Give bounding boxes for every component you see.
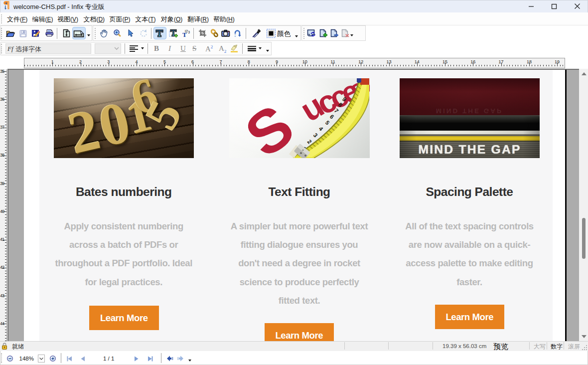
svg-text:3: 3 bbox=[312, 132, 319, 138]
svg-text:5: 5 bbox=[324, 119, 331, 126]
svg-text:6: 6 bbox=[329, 113, 335, 120]
svg-text:7: 7 bbox=[333, 107, 340, 114]
svg-text:8: 8 bbox=[337, 101, 344, 108]
svg-text:T: T bbox=[182, 31, 187, 37]
svg-text:9: 9 bbox=[341, 96, 348, 102]
svg-text:4: 4 bbox=[318, 125, 325, 132]
